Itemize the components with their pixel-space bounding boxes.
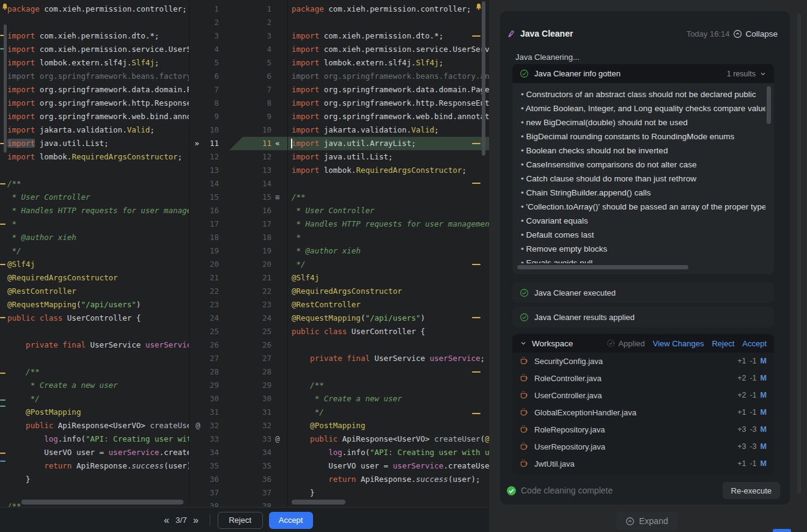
side-scrollbar[interactable] xyxy=(797,13,801,494)
file-row[interactable]: SecurityConfig.java+1-1M xyxy=(512,352,774,370)
change-marker xyxy=(0,406,6,407)
code-line: /** xyxy=(292,191,489,204)
inspection-warning-icon[interactable] xyxy=(1,2,9,11)
gutter-row: 77 xyxy=(190,83,287,97)
workspace-accept-link[interactable]: Accept xyxy=(742,339,767,348)
gutter-row: 2525 xyxy=(190,325,287,338)
footer-message: Code cleaning complete xyxy=(521,486,613,495)
structure-list-icon[interactable]: ≡ xyxy=(275,191,280,204)
accept-button[interactable]: Accept xyxy=(269,512,313,529)
expand-button[interactable]: Expand xyxy=(616,512,677,530)
file-name: RoleRepository.java xyxy=(534,425,605,434)
line-number-right: 9 xyxy=(242,110,271,123)
additions-count: +3 xyxy=(737,442,746,451)
file-row[interactable]: UserController.java+2-1M xyxy=(512,387,774,404)
left-pane-horizontal-scrollbar[interactable] xyxy=(21,500,183,505)
collapse-button[interactable]: Collapse xyxy=(733,29,778,38)
file-name: RoleController.java xyxy=(534,374,602,383)
line-number-right: 24 xyxy=(242,312,271,325)
left-pane-vertical-scrollbar[interactable] xyxy=(4,24,7,153)
line-number-right: 12 xyxy=(242,150,271,164)
annotation-at-icon[interactable]: @ xyxy=(196,419,201,432)
code-line: import java.util.ArrayList; xyxy=(288,137,489,150)
line-number-right: 10 xyxy=(242,123,271,137)
line-number-left: 5 xyxy=(190,56,219,70)
file-row[interactable]: UserRepository.java+3-3M xyxy=(512,438,774,455)
code-line: import com.xieh.permission.service.UserS… xyxy=(292,43,489,56)
workspace-reject-link[interactable]: Reject xyxy=(712,339,734,348)
workspace-title: Workspace xyxy=(532,339,573,348)
results-count: 1 results xyxy=(727,70,756,78)
file-name: JwtUtil.java xyxy=(534,459,575,468)
rule-item: Boolean checks should not be inverted xyxy=(521,144,765,158)
line-number-right: 15 xyxy=(242,191,271,204)
gutter-row: 1919 xyxy=(190,244,287,258)
expand-circle-icon xyxy=(625,517,635,526)
divider xyxy=(210,514,210,527)
line-number-left: 37 xyxy=(190,486,219,500)
line-number-right: 37 xyxy=(242,486,271,500)
rule-list-vertical-scrollbar[interactable] xyxy=(767,86,771,124)
line-number-left: 2 xyxy=(190,16,219,29)
check-circle-icon xyxy=(520,69,529,78)
code-line: public ApiResponse<UserVO> createUser(@V… xyxy=(292,432,489,446)
rule-item: 'Collection.toArray()' should be passed … xyxy=(521,200,765,214)
code-line xyxy=(7,16,189,29)
file-row[interactable]: JwtUtil.java+1-1M xyxy=(512,455,774,472)
code-line: @RestController xyxy=(7,285,189,298)
chevron-down-icon[interactable] xyxy=(759,70,767,78)
step-card[interactable]: Java Cleaner executed xyxy=(512,282,774,303)
re-execute-button[interactable]: Re-execute xyxy=(723,482,780,499)
java-file-icon xyxy=(520,408,529,417)
cut-off-blue-element xyxy=(773,529,791,532)
modified-badge: M xyxy=(761,459,767,468)
file-row[interactable]: GlobalExceptionHandler.java+1-1M xyxy=(512,404,774,421)
right-pane-vertical-scrollbar[interactable] xyxy=(482,1,485,156)
right-pane-horizontal-scrollbar[interactable] xyxy=(292,500,345,505)
annotation-at-icon[interactable]: @ xyxy=(275,432,280,446)
java-file-icon xyxy=(520,425,529,434)
file-row[interactable]: RoleController.java+2-1M xyxy=(512,370,774,387)
rule-list[interactable]: Constructors of an abstract class should… xyxy=(521,87,765,263)
gutter-row: 1717 xyxy=(190,217,287,231)
diff-editor: package com.xieh.permission.controller;i… xyxy=(0,0,489,532)
diff-next-arrow-icon[interactable]: « xyxy=(275,137,280,150)
code-line: /** xyxy=(7,177,189,191)
change-marker xyxy=(0,317,6,318)
info-card-header[interactable]: Java Cleaner info gotten 1 results xyxy=(512,64,774,83)
diff-pane-original[interactable]: package com.xieh.permission.controller;i… xyxy=(0,0,190,507)
workspace-header[interactable]: Workspace Applied View Changes Reject Ac… xyxy=(512,334,774,352)
line-number-right: 16 xyxy=(242,204,271,217)
change-marker xyxy=(0,224,6,225)
change-marker xyxy=(472,317,481,318)
line-number-left: 20 xyxy=(190,258,219,271)
file-row[interactable]: RoleRepository.java+3-3M xyxy=(512,421,774,438)
code-line: import lombok.extern.slf4j.Slf4j; xyxy=(292,56,489,70)
line-number-right: 27 xyxy=(242,352,271,365)
gutter-row: 3030 xyxy=(190,392,287,406)
reject-button[interactable]: Reject xyxy=(218,512,263,529)
code-line: import org.springframework.beans.factory… xyxy=(7,70,189,83)
line-number-right: 18 xyxy=(242,231,271,244)
gutter-row: 99 xyxy=(190,110,287,123)
next-change-button[interactable]: » xyxy=(190,515,202,526)
line-number-left: 29 xyxy=(190,379,219,392)
view-changes-link[interactable]: View Changes xyxy=(653,339,704,348)
diff-pane-modified[interactable]: package com.xieh.permission.controller;i… xyxy=(287,0,489,507)
rule-item: new BigDecimal(double) should not be use… xyxy=(521,115,765,129)
gutter-row: 55 xyxy=(190,56,287,70)
prev-change-button[interactable]: « xyxy=(160,515,173,526)
check-circle-icon xyxy=(520,313,529,322)
line-number-left: 35 xyxy=(190,459,219,473)
change-marker xyxy=(472,264,481,265)
step-card[interactable]: Java Cleaner results applied xyxy=(512,307,774,327)
change-marker xyxy=(472,183,481,184)
panel-footer: Code cleaning complete Re-execute xyxy=(506,481,780,500)
change-marker xyxy=(472,143,481,144)
code-line: import lombok.extern.slf4j.Slf4j; xyxy=(7,56,189,70)
rule-list-horizontal-scrollbar[interactable] xyxy=(517,265,688,269)
chevron-down-icon[interactable] xyxy=(520,340,527,347)
code-line: @RequiredArgsConstructor xyxy=(292,285,489,298)
code-line: @Slf4j xyxy=(7,258,189,271)
code-line: import lombok.RequiredArgsConstructor; xyxy=(292,164,489,177)
